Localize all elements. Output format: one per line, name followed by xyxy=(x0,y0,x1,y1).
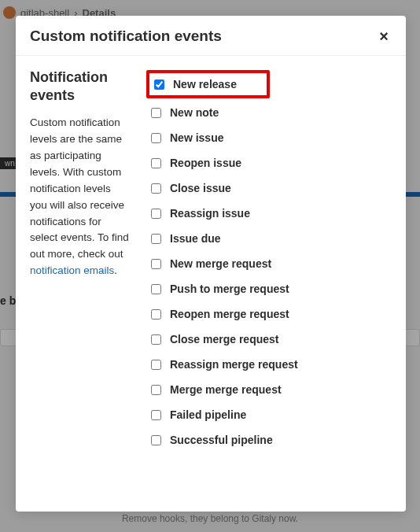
event-label: New issue xyxy=(170,131,223,144)
notification-emails-link[interactable]: notification emails xyxy=(30,264,114,276)
event-label: Successful pipeline xyxy=(170,434,273,446)
event-label: New release xyxy=(173,78,237,91)
event-row[interactable]: Close merge request xyxy=(146,327,392,352)
event-label: Failed pipeline xyxy=(170,408,246,421)
event-checkbox[interactable] xyxy=(151,234,161,244)
event-row[interactable]: New note xyxy=(146,100,392,125)
event-label: Close merge request xyxy=(170,333,279,345)
event-checkbox[interactable] xyxy=(151,183,161,194)
event-checkbox[interactable] xyxy=(154,79,164,90)
event-label: Reopen merge request xyxy=(170,308,289,320)
event-row[interactable]: Push to merge request xyxy=(146,276,392,301)
event-checkbox[interactable] xyxy=(151,133,161,143)
event-row[interactable]: New merge request xyxy=(146,251,392,276)
event-label: New merge request xyxy=(170,257,271,270)
event-checkbox[interactable] xyxy=(151,259,161,269)
event-checkbox[interactable] xyxy=(151,284,161,294)
event-label: Push to merge request xyxy=(170,283,289,295)
modal-title: Custom notification events xyxy=(30,28,222,45)
event-checkbox[interactable] xyxy=(151,360,161,370)
event-row[interactable]: Reassign issue xyxy=(146,201,392,226)
event-checkbox[interactable] xyxy=(151,334,161,345)
event-label: New note xyxy=(170,106,219,119)
event-label: Close issue xyxy=(170,182,231,194)
sidebar-desc-post: . xyxy=(114,264,117,276)
event-row[interactable]: Reopen issue xyxy=(146,150,392,175)
event-row[interactable]: Reassign merge request xyxy=(146,352,392,377)
event-checkbox[interactable] xyxy=(151,309,161,320)
event-label: Reassign merge request xyxy=(170,358,298,371)
event-row[interactable]: Reopen merge request xyxy=(146,301,392,327)
event-checkbox[interactable] xyxy=(151,410,161,420)
modal-header: Custom notification events × xyxy=(16,16,406,56)
sidebar-desc: Custom notification levels are the same … xyxy=(30,115,131,279)
close-icon[interactable]: × xyxy=(376,27,392,46)
sidebar-desc-text: Custom notification levels are the same … xyxy=(30,116,129,260)
event-checkbox[interactable] xyxy=(151,158,161,168)
event-row[interactable]: Close issue xyxy=(146,175,392,201)
event-row[interactable]: Merge merge request xyxy=(146,377,392,402)
event-row[interactable]: New release xyxy=(146,70,270,98)
modal-body: Notification events Custom notification … xyxy=(16,56,406,512)
event-row[interactable]: New issue xyxy=(146,125,392,150)
event-label: Reassign issue xyxy=(170,207,250,220)
event-checkbox[interactable] xyxy=(151,108,161,118)
event-checkbox[interactable] xyxy=(151,209,161,219)
event-checkbox[interactable] xyxy=(151,385,161,395)
sidebar-heading: Notification events xyxy=(30,68,131,104)
events-list: New releaseNew noteNew issueReopen issue… xyxy=(146,68,392,499)
event-label: Reopen issue xyxy=(170,157,241,169)
event-checkbox[interactable] xyxy=(151,435,161,445)
event-label: Issue due xyxy=(170,232,221,245)
modal-sidebar: Notification events Custom notification … xyxy=(30,68,131,499)
event-label: Merge merge request xyxy=(170,383,282,396)
custom-notifications-modal: Custom notification events × Notificatio… xyxy=(16,16,406,512)
event-row[interactable]: Failed pipeline xyxy=(146,402,392,427)
event-row[interactable]: Issue due xyxy=(146,226,392,251)
event-row[interactable]: Successful pipeline xyxy=(146,427,392,453)
